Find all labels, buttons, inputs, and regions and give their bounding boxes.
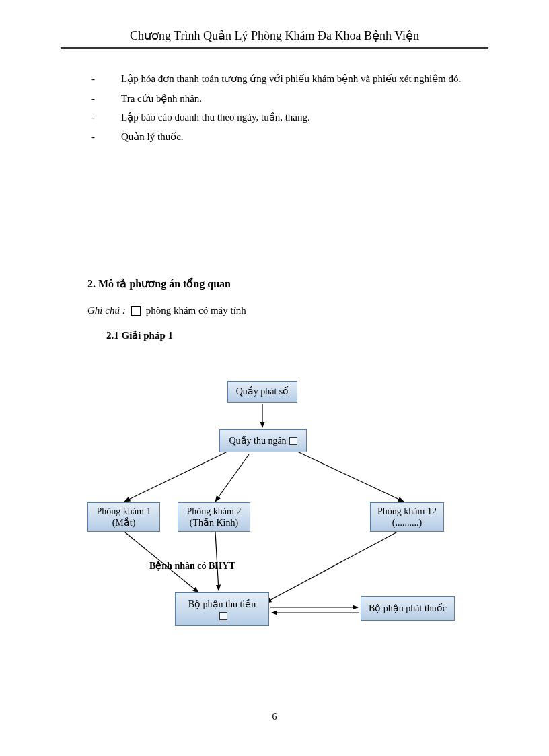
- svg-line-6: [266, 528, 404, 603]
- svg-line-2: [215, 454, 249, 502]
- node-label: Quầy thu ngân: [229, 435, 286, 447]
- svg-line-1: [124, 451, 229, 502]
- dash-icon: -: [87, 127, 121, 147]
- bullet-text: Lập báo cáo doanh thu theo ngày, tuần, t…: [121, 108, 462, 127]
- node-label: Bộ phận phát thuốc: [369, 603, 447, 615]
- bullet-text: Tra cứu bệnh nhân.: [121, 89, 462, 108]
- node-phong-kham-12: Phòng khám 12 (..........): [370, 502, 444, 532]
- node-label: Bộ phận thu tiền: [188, 598, 256, 611]
- page-header: Chương Trình Quản Lý Phòng Khám Đa Khoa …: [0, 0, 549, 47]
- dash-icon: -: [87, 89, 121, 108]
- node-bo-phan-phat-thuoc: Bộ phận phát thuốc: [361, 596, 455, 621]
- flowchart-diagram: Quầy phát số Quầy thu ngân Phòng khám 1 …: [87, 377, 484, 666]
- dash-icon: -: [87, 108, 121, 127]
- node-bo-phan-thu-tien: Bộ phận thu tiền: [175, 592, 269, 626]
- section-heading: 2. Mô tả phương án tổng quan: [87, 274, 462, 294]
- node-label: Quầy phát số: [236, 386, 289, 398]
- bullet-text: Quản lý thuốc.: [121, 127, 462, 147]
- node-quay-phat-so: Quầy phát số: [227, 381, 297, 403]
- subsection-heading: 2.1 Giải pháp 1: [106, 326, 462, 345]
- list-item: -Tra cứu bệnh nhân.: [87, 89, 462, 108]
- bullet-list: -Lập hóa đơn thanh toán tương ứng với ph…: [87, 69, 462, 146]
- node-sublabel: (..........): [392, 517, 422, 529]
- note-line: Ghi chú : phòng khám có máy tính: [87, 301, 462, 320]
- node-sublabel: (Thần Kinh): [190, 517, 238, 529]
- node-phong-kham-2: Phòng khám 2 (Thần Kinh): [178, 502, 250, 532]
- page-number: 6: [0, 712, 549, 722]
- dash-icon: -: [87, 69, 121, 89]
- bullet-text: Lập hóa đơn thanh toán tương ứng với phi…: [121, 69, 462, 89]
- note-prefix: Ghi chú :: [87, 301, 126, 320]
- computer-box-icon: [289, 437, 297, 445]
- computer-box-icon: [131, 306, 141, 316]
- node-label: Phòng khám 12: [377, 506, 437, 518]
- list-item: -Lập hóa đơn thanh toán tương ứng với ph…: [87, 69, 462, 89]
- node-phong-kham-1: Phòng khám 1 (Mắt): [87, 502, 160, 532]
- header-title: Chương Trình Quản Lý Phòng Khám Đa Khoa …: [130, 29, 419, 42]
- computer-box-icon: [219, 612, 227, 620]
- node-label: Phòng khám 1: [97, 506, 151, 518]
- content-area: -Lập hóa đơn thanh toán tương ứng với ph…: [0, 49, 549, 345]
- node-sublabel: (Mắt): [112, 517, 136, 529]
- svg-line-3: [296, 451, 404, 502]
- node-quay-thu-ngan: Quầy thu ngân: [219, 429, 307, 452]
- edge-label-bhyt: Bệnh nhân có BHYT: [149, 560, 235, 572]
- list-item: -Quản lý thuốc.: [87, 127, 462, 147]
- node-label: Phòng khám 2: [187, 506, 242, 518]
- list-item: -Lập báo cáo doanh thu theo ngày, tuần, …: [87, 108, 462, 127]
- note-suffix: phòng khám có máy tính: [146, 301, 246, 320]
